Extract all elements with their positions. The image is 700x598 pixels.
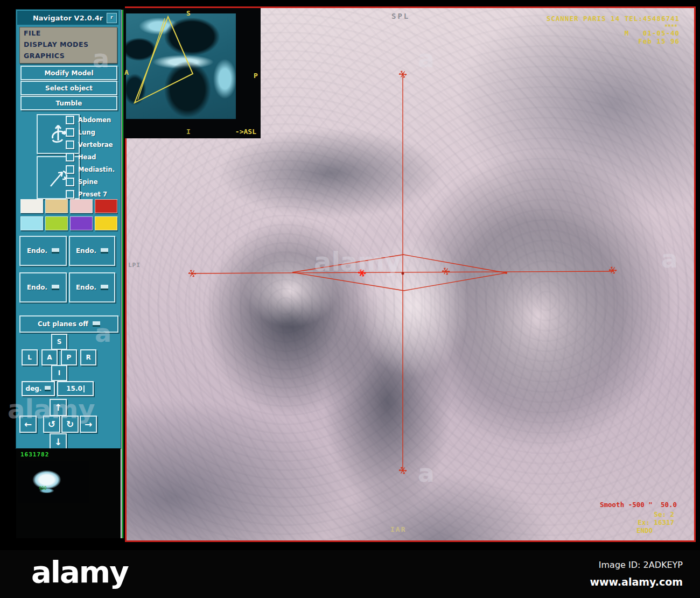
inset-label-posterior: P [254,72,258,80]
panel-separator-white [121,10,122,538]
palette-swatch-tan[interactable] [45,199,68,213]
checkbox-label: Abdomen [78,116,111,124]
exam-number: Ex: 16317 [638,518,674,526]
deg-label: deg. [26,385,42,392]
option-menu-glyph [45,386,51,391]
palette-swatch-purple[interactable] [70,216,93,230]
panel-separator-green [122,10,123,538]
stock-watermark: a [418,461,435,486]
checkbox-head[interactable]: Head [66,152,96,162]
menu-item-file[interactable]: FILE [20,27,117,39]
orientation-label-left: LPI [128,262,135,269]
option-menu-glyph [101,248,108,254]
scan-date: Feb 15 96 [638,37,680,45]
stock-watermark: a [661,247,678,271]
alamy-logo: alamy [31,554,128,589]
scanner-info: SCANNER PARIS 14 TEL:45486741 [547,15,680,23]
option-menu-glyph [52,285,59,290]
stock-watermark: a [418,46,435,71]
alamy-url: www.alamy.com [590,576,683,588]
orient-anterior-button[interactable]: A [41,349,58,365]
text-cursor [83,385,85,392]
endo-menu-2[interactable]: Endo. [69,236,115,266]
orient-superior-button[interactable]: S [51,334,67,350]
inset-label-superior: S [186,9,191,17]
checkbox-box [66,140,74,149]
series-number: Se: 2 [654,510,674,518]
checkbox-box [66,128,74,137]
select-object-button[interactable]: Select object [20,81,117,95]
navigator-panel: Navigator V2.0.4r r FILE DISPLAY MODES G… [16,10,121,448]
checkbox-lung[interactable]: Lung [66,128,95,137]
inset-annotation: ->ASL [235,128,256,136]
palette-swatch-green[interactable] [45,216,68,230]
screen: SPL LPI IAR SCANNER PARIS 14 TEL:4548674… [0,0,700,598]
palette-swatch-red[interactable] [95,199,117,213]
stock-watermark: a [95,321,111,346]
orient-left-button[interactable]: L [22,349,38,365]
panel-status-area: 1631782 400 [16,448,121,538]
orient-posterior-button[interactable]: P [61,349,77,365]
checkbox-box [66,165,74,174]
endo-menu-label: Endo. [27,247,47,255]
axial-thumbnail[interactable]: 400 [18,461,89,503]
view-cone-overlay [126,13,236,119]
checkbox-label: Head [78,153,96,161]
checkbox-label: Lung [78,129,95,136]
endo-menu-label: Endo. [27,284,47,291]
orient-inferior-button[interactable]: I [51,365,67,381]
checkbox-vertebrae[interactable]: Vertebrae [66,140,113,150]
inset-label-anterior: A [124,68,129,76]
patient-id-line: M 01-05-40 [625,29,680,37]
window-title: Navigator V2.0.4r [33,14,103,22]
stock-watermark: a [93,46,109,71]
option-menu-glyph [52,248,59,254]
orientation-label-bottom: IAR [390,525,406,533]
orient-right-button[interactable]: R [80,349,96,365]
checkbox-box [66,116,74,124]
checkbox-box [66,178,74,186]
option-menu-glyph [101,285,108,290]
thumbnail-note: 400 [39,486,46,491]
cut-planes-label: Cut planes off [38,320,88,328]
window-menu-button[interactable]: r [107,13,117,23]
checkbox-mediastin[interactable]: Mediastin. [66,165,115,174]
tumble-button[interactable]: Tumble [20,96,117,110]
deg-value: 15.0 [66,385,82,392]
palette-swatch-pink[interactable] [70,199,93,213]
window-titlebar[interactable]: Navigator V2.0.4r r [17,11,118,25]
checkbox-box [66,190,74,199]
checkbox-label: Vertebrae [78,141,113,149]
endo-menu-label: Endo. [76,284,96,291]
palette-swatch-cyan[interactable] [20,216,43,230]
palette-swatch-yellow[interactable] [95,216,117,230]
image-id-text: Image ID: 2ADKEYP [599,560,683,570]
checkbox-box [66,153,74,161]
endo-menu-1[interactable]: Endo. [19,236,67,266]
study-number: 1631782 [20,451,49,458]
checkbox-abdomen[interactable]: Abdomen [66,115,111,125]
watermark-bar: alamy Image ID: 2ADKEYP www.alamy.com [0,550,700,598]
checkbox-label: Preset 7 [78,191,107,198]
stock-watermark: alamy [314,249,402,275]
endo-menu-label: Endo. [76,247,96,255]
stock-watermark: alamy [8,396,95,422]
checkbox-spine[interactable]: Spine [66,177,97,187]
checkbox-label: Mediastin. [78,166,115,173]
endo-menu-3[interactable]: Endo. [19,272,67,302]
endo-menu-4[interactable]: Endo. [69,272,115,302]
mode-label: ENDO [636,526,653,534]
reference-slice-inset: S A P I ->ASL [123,8,261,138]
inset-label-inferior: I [186,128,191,136]
orientation-label-top: SPL [391,12,410,20]
checkbox-preset[interactable]: Preset 7 [66,189,107,199]
arrow-down-icon: ↓ [54,437,62,447]
smooth-setting: Smooth -500 " 50.0 [600,501,677,509]
checkbox-label: Spine [78,178,97,186]
palette-swatch-white[interactable] [20,199,43,213]
